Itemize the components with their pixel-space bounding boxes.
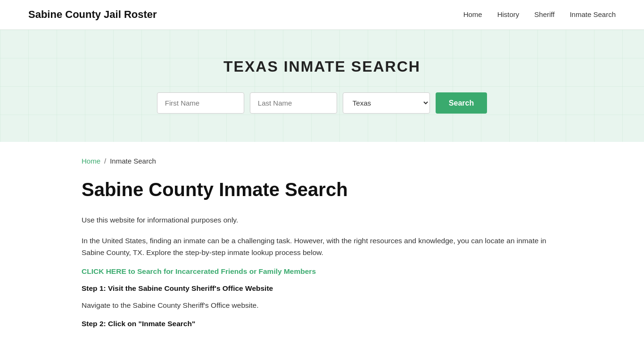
nav-link-home[interactable]: Home — [463, 10, 482, 18]
main-nav: Home History Sheriff Inmate Search — [463, 10, 616, 19]
intro-para-2: In the United States, finding an inmate … — [82, 235, 562, 259]
hero-title: TEXAS INMATE SEARCH — [9, 58, 635, 75]
breadcrumb-separator: / — [104, 157, 106, 165]
inmate-search-form: Texas Search — [9, 92, 635, 114]
nav-link-inmate-search[interactable]: Inmate Search — [570, 10, 616, 18]
cta-link[interactable]: CLICK HERE to Search for Incarcerated Fr… — [82, 267, 316, 276]
nav-item-sheriff: Sheriff — [534, 10, 554, 19]
nav-item-history: History — [497, 10, 520, 19]
step2-heading: Step 2: Click on "Inmate Search" — [82, 320, 562, 328]
site-header: Sabine County Jail Roster Home History S… — [0, 0, 644, 30]
nav-list: Home History Sheriff Inmate Search — [463, 10, 616, 19]
intro-para-1: Use this website for informational purpo… — [82, 214, 562, 226]
nav-item-home: Home — [463, 10, 482, 19]
breadcrumb-current: Inmate Search — [110, 157, 156, 165]
last-name-input[interactable] — [250, 92, 337, 114]
page-heading: Sabine County Inmate Search — [82, 178, 562, 201]
breadcrumb-home[interactable]: Home — [82, 157, 100, 165]
step1-text: Navigate to the Sabine County Sheriff's … — [82, 299, 562, 312]
site-logo[interactable]: Sabine County Jail Roster — [28, 8, 157, 21]
nav-item-inmate-search: Inmate Search — [570, 10, 616, 19]
search-button[interactable]: Search — [436, 92, 487, 114]
state-select[interactable]: Texas — [343, 92, 430, 114]
step1-heading: Step 1: Visit the Sabine County Sheriff'… — [82, 284, 562, 293]
first-name-input[interactable] — [157, 92, 244, 114]
breadcrumb: Home / Inmate Search — [82, 157, 562, 165]
hero-banner: TEXAS INMATE SEARCH Texas Search — [0, 30, 644, 142]
main-content: Home / Inmate Search Sabine County Inmat… — [53, 142, 591, 362]
nav-link-sheriff[interactable]: Sheriff — [534, 10, 554, 18]
nav-link-history[interactable]: History — [497, 10, 520, 18]
